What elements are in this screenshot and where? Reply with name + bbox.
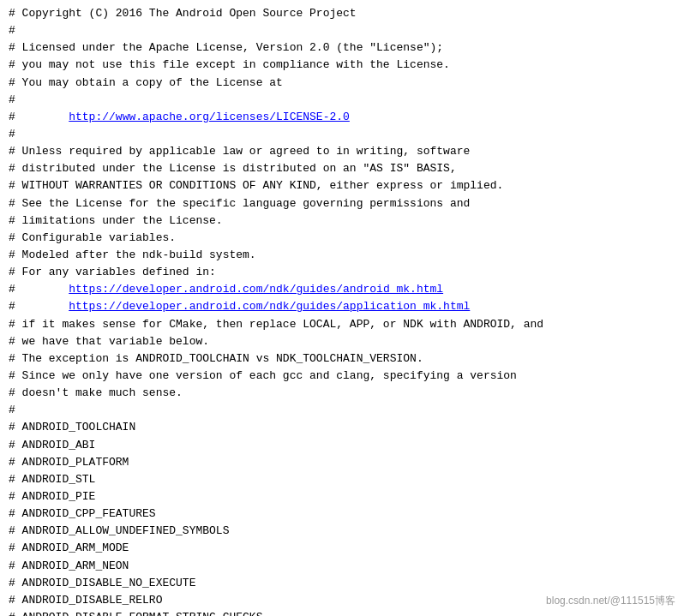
code-line: # Licensed under the Apache License, Ver… xyxy=(9,39,675,57)
hyperlink[interactable]: http://www.apache.org/licenses/LICENSE-2… xyxy=(69,111,350,123)
code-line: # Unless required by applicable law or a… xyxy=(9,143,675,160)
hyperlink[interactable]: https://developer.android.com/ndk/guides… xyxy=(69,300,470,313)
code-line: # if it makes sense for CMake, then repl… xyxy=(9,316,675,333)
code-line: # ANDROID_PIE xyxy=(9,488,675,505)
code-line: # you may not use this file except in co… xyxy=(9,57,675,74)
code-line: # http://www.apache.org/licenses/LICENSE… xyxy=(9,109,675,126)
code-line: # ANDROID_ARM_MODE xyxy=(9,540,675,557)
code-line: # ANDROID_DISABLE_FORMAT_STRING_CHECKS xyxy=(9,609,675,616)
code-line: # ANDROID_STL xyxy=(9,471,675,488)
code-line: # doesn't make much sense. xyxy=(9,385,675,402)
code-line: # The exception is ANDROID_TOOLCHAIN vs … xyxy=(9,350,675,368)
comment-prefix: # xyxy=(9,283,69,296)
code-line: # xyxy=(9,402,675,419)
code-line: # WITHOUT WARRANTIES OR CONDITIONS OF AN… xyxy=(9,177,675,194)
comment-prefix: # xyxy=(9,300,69,313)
code-line: # ANDROID_ARM_NEON xyxy=(9,558,675,575)
code-line: # xyxy=(9,126,675,143)
code-line: # ANDROID_CPP_FEATURES xyxy=(9,505,675,523)
code-line: # ANDROID_DISABLE_NO_EXECUTE xyxy=(9,575,675,592)
code-line: # limitations under the License. xyxy=(9,212,675,230)
hyperlink[interactable]: https://developer.android.com/ndk/guides… xyxy=(69,283,443,296)
code-line: # You may obtain a copy of the License a… xyxy=(9,75,675,92)
code-line: # ANDROID_ABI xyxy=(9,437,675,454)
code-line: # xyxy=(9,92,675,109)
code-line: # Modeled after the ndk-build system. xyxy=(9,247,675,264)
code-line: # https://developer.android.com/ndk/guid… xyxy=(9,281,675,298)
code-line: # For any variables defined in: xyxy=(9,264,675,281)
code-line: # ANDROID_TOOLCHAIN xyxy=(9,419,675,436)
code-line: # xyxy=(9,22,675,39)
code-line: # https://developer.android.com/ndk/guid… xyxy=(9,298,675,315)
code-content: # Copyright (C) 2016 The Android Open So… xyxy=(9,5,675,616)
code-line: # Copyright (C) 2016 The Android Open So… xyxy=(9,5,675,22)
code-line: # ANDROID_PLATFORM xyxy=(9,454,675,471)
code-line: # distributed under the License is distr… xyxy=(9,160,675,177)
watermark: blog.csdn.net/@111515博客 xyxy=(546,593,675,609)
code-line: # ANDROID_ALLOW_UNDEFINED_SYMBOLS xyxy=(9,523,675,540)
code-line: # See the License for the specific langu… xyxy=(9,195,675,212)
code-line: # Since we only have one version of each… xyxy=(9,368,675,385)
code-line: # we have that variable below. xyxy=(9,333,675,350)
code-line: # Configurable variables. xyxy=(9,230,675,247)
comment-prefix: # xyxy=(9,111,69,123)
